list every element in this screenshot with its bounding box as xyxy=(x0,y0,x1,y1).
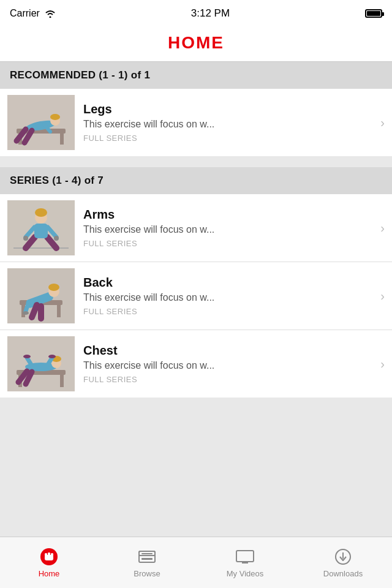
item-desc-arms: This exercise will focus on w... xyxy=(83,224,370,235)
status-bar: Carrier 3:12 PM xyxy=(0,0,392,27)
recommended-list: Legs This exercise will focus on w... FU… xyxy=(0,89,392,156)
item-title-arms: Arms xyxy=(83,208,370,222)
item-title-legs: Legs xyxy=(83,102,370,116)
item-desc-legs: This exercise will focus on w... xyxy=(83,119,370,130)
svg-point-16 xyxy=(35,208,47,217)
tab-myvideos-label: My Videos xyxy=(227,569,263,578)
svg-rect-14 xyxy=(34,224,48,238)
thumbnail-chest xyxy=(7,336,75,391)
item-desc-back: This exercise will focus on w... xyxy=(83,292,370,303)
status-time: 3:12 PM xyxy=(191,7,230,20)
browse-icon xyxy=(136,548,158,566)
svg-rect-49 xyxy=(51,553,53,556)
svg-point-29 xyxy=(23,311,29,315)
list-item-arms[interactable]: Arms This exercise will focus on w... FU… xyxy=(0,194,392,262)
item-badge-legs: FULL SERIES xyxy=(83,134,370,143)
item-title-chest: Chest xyxy=(83,344,370,358)
thumbnail-back xyxy=(7,268,75,323)
myvideos-icon xyxy=(234,548,256,566)
item-badge-back: FULL SERIES xyxy=(83,307,370,316)
item-content-chest: Chest This exercise will focus on w... F… xyxy=(83,344,385,384)
downloads-icon xyxy=(332,548,354,566)
svg-rect-35 xyxy=(60,375,64,387)
home-icon xyxy=(38,548,60,566)
svg-rect-47 xyxy=(45,553,47,556)
page-title: HOME xyxy=(0,33,392,53)
tab-browse[interactable]: Browse xyxy=(98,537,196,588)
section-recommended-header: RECOMMENDED (1 - 1) of 1 xyxy=(0,62,392,89)
tab-home[interactable]: Home xyxy=(0,537,98,588)
svg-rect-24 xyxy=(57,305,61,317)
tab-bar: Home Browse My Videos xyxy=(0,537,392,588)
chevron-legs: › xyxy=(380,116,385,130)
tab-downloads[interactable]: Downloads xyxy=(294,537,392,588)
list-item-back[interactable]: Back This exercise will focus on w... FU… xyxy=(0,262,392,330)
content-area: RECOMMENDED (1 - 1) of 1 xyxy=(0,62,392,538)
carrier-label: Carrier xyxy=(10,8,40,19)
item-badge-chest: FULL SERIES xyxy=(83,375,370,384)
svg-rect-48 xyxy=(48,552,50,556)
chevron-back: › xyxy=(380,289,385,303)
item-desc-chest: This exercise will focus on w... xyxy=(83,360,370,371)
svg-line-28 xyxy=(26,302,29,311)
section-series-header: SERIES (1 - 4) of 7 xyxy=(0,167,392,194)
status-right xyxy=(365,9,382,18)
thumbnail-arms xyxy=(7,200,75,255)
item-title-back: Back xyxy=(83,276,370,290)
svg-point-41 xyxy=(23,355,31,358)
svg-point-8 xyxy=(50,114,60,120)
tab-downloads-label: Downloads xyxy=(323,569,363,578)
item-content-arms: Arms This exercise will focus on w... FU… xyxy=(83,208,385,248)
tab-home-label: Home xyxy=(39,569,60,578)
svg-point-19 xyxy=(23,236,28,241)
wifi-icon xyxy=(45,9,56,18)
item-content-back: Back This exercise will focus on w... FU… xyxy=(83,276,385,316)
svg-rect-55 xyxy=(236,551,254,562)
chevron-arms: › xyxy=(380,221,385,235)
chevron-chest: › xyxy=(380,357,385,371)
svg-rect-53 xyxy=(141,558,153,560)
tab-browse-label: Browse xyxy=(134,569,160,578)
item-content-legs: Legs This exercise will focus on w... FU… xyxy=(83,102,385,143)
series-list: Arms This exercise will focus on w... FU… xyxy=(0,194,392,398)
list-item-chest[interactable]: Chest This exercise will focus on w... F… xyxy=(0,330,392,398)
tab-myvideos[interactable]: My Videos xyxy=(196,537,294,588)
svg-point-20 xyxy=(54,236,59,241)
svg-rect-54 xyxy=(141,553,153,554)
svg-rect-50 xyxy=(139,551,155,562)
status-left: Carrier xyxy=(10,8,56,19)
app-header: HOME xyxy=(0,27,392,62)
svg-rect-3 xyxy=(60,134,64,145)
svg-point-42 xyxy=(48,355,56,358)
list-item-legs[interactable]: Legs This exercise will focus on w... FU… xyxy=(0,89,392,156)
thumbnail-legs xyxy=(7,95,75,150)
item-badge-arms: FULL SERIES xyxy=(83,239,370,248)
battery-icon xyxy=(365,9,382,18)
svg-point-27 xyxy=(48,284,59,291)
section-gap-1 xyxy=(0,156,392,167)
